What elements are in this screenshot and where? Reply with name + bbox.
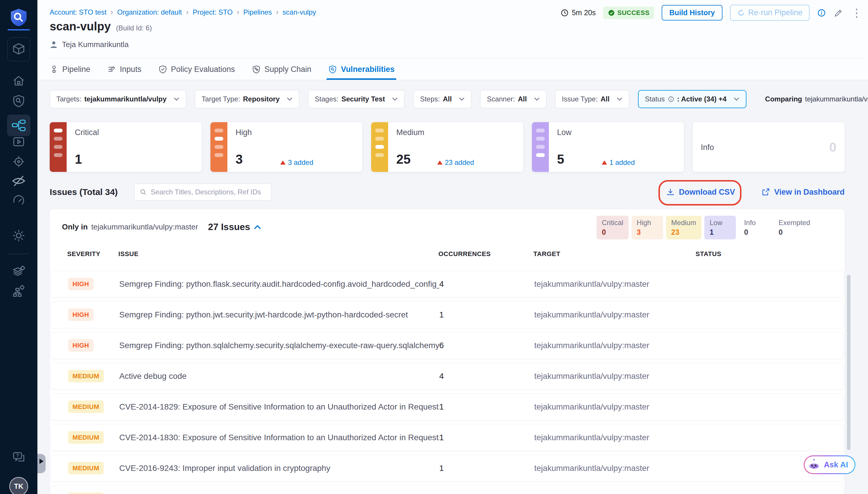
issue-title: CVE-2016-9243: Improper input validation… bbox=[119, 463, 439, 473]
sidebar-item-home[interactable] bbox=[12, 74, 25, 88]
build-id-label: (Build Id: 6) bbox=[116, 24, 152, 32]
filter-steps[interactable]: Steps:All bbox=[413, 90, 471, 108]
build-history-button[interactable]: Build History bbox=[662, 5, 722, 20]
high-card[interactable]: High 33 added bbox=[210, 122, 362, 172]
high-added-label: 3 added bbox=[280, 158, 313, 167]
sidebar-item-pipelines-active[interactable] bbox=[7, 115, 31, 136]
target-name: tejakummarikuntla/vulpy:master bbox=[534, 402, 696, 412]
medium-card[interactable]: Medium 2523 added bbox=[371, 122, 523, 172]
info-icon[interactable] bbox=[817, 8, 826, 17]
search-icon bbox=[140, 188, 147, 196]
status-badge: SUCCESS bbox=[603, 7, 654, 19]
shield-chain-icon bbox=[252, 65, 261, 74]
sidebar-item-targets[interactable] bbox=[12, 155, 25, 168]
sidebar-item-test-targets[interactable] bbox=[12, 174, 26, 188]
medium-added-label: 23 added bbox=[437, 158, 474, 167]
filter-stages[interactable]: Stages:Security Test bbox=[308, 90, 404, 108]
chip-info[interactable]: Info0 bbox=[739, 216, 770, 240]
svg-text:?: ? bbox=[16, 453, 19, 458]
breadcrumb: Account: STO test› Organization: default… bbox=[50, 7, 316, 17]
tab-bar: Pipeline Inputs Policy Evaluations Suppl… bbox=[50, 58, 862, 80]
chevron-down-icon bbox=[734, 97, 739, 101]
table-row[interactable]: MEDIUM Active debug code 4 tejakummariku… bbox=[50, 363, 844, 390]
sidebar-item-module[interactable] bbox=[7, 37, 30, 61]
group-target-name: tejakummarikuntla/vulpy:master bbox=[91, 223, 198, 231]
org-hierarchy-gear-icon bbox=[12, 284, 26, 298]
table-row[interactable]: MEDIUM CVE-2016-9243: Improper input val… bbox=[50, 455, 844, 482]
sidebar-item-overview[interactable] bbox=[12, 94, 25, 108]
sidebar-item-help[interactable]: ? bbox=[12, 451, 26, 465]
issue-title: Semgrep Finding: python.sqlalchemy.secur… bbox=[119, 341, 439, 350]
harness-sto-logo-icon[interactable] bbox=[9, 8, 28, 27]
chip-medium[interactable]: Medium23 bbox=[666, 216, 701, 240]
target-name: tejakummarikuntla/vulpy:master bbox=[534, 433, 696, 442]
tab-pipeline[interactable]: Pipeline bbox=[50, 59, 90, 80]
breadcrumb-org[interactable]: Organization: default bbox=[117, 8, 182, 16]
filter-targets[interactable]: Targets:tejakummarikuntla/vulpy bbox=[50, 90, 186, 108]
table-row[interactable]: MEDIUM CVE-2014-1829: Exposure of Sensit… bbox=[50, 394, 844, 420]
chip-critical[interactable]: Critical0 bbox=[597, 216, 628, 240]
col-severity: SEVERITY bbox=[67, 250, 118, 258]
rerun-pipeline-button[interactable]: Re-run Pipeline bbox=[730, 5, 810, 21]
filter-target-type[interactable]: Target Type:Repository bbox=[195, 90, 299, 108]
tab-supply-chain[interactable]: Supply Chain bbox=[252, 59, 311, 80]
table-row[interactable]: HIGH Semgrep Finding: python.jwt.securit… bbox=[50, 301, 844, 328]
tab-inputs[interactable]: Inputs bbox=[107, 59, 141, 80]
col-issue: ISSUE bbox=[118, 250, 438, 258]
user-avatar[interactable]: TK bbox=[9, 477, 28, 494]
issue-title: Semgrep Finding: python.flask.security.a… bbox=[119, 280, 439, 289]
chevron-up-icon[interactable] bbox=[254, 225, 261, 230]
high-count: 3 bbox=[235, 152, 243, 167]
chip-low[interactable]: Low1 bbox=[704, 216, 736, 240]
sidebar-item-executions[interactable] bbox=[12, 135, 25, 149]
sidebar-item-token[interactable] bbox=[12, 194, 25, 208]
filter-status[interactable]: Status : Active (34) +4 bbox=[638, 90, 747, 108]
sidebar-item-default-settings[interactable] bbox=[12, 265, 26, 279]
logo-underline bbox=[7, 29, 30, 31]
info-card[interactable]: Info 0 bbox=[693, 122, 845, 172]
breadcrumb-pipelines[interactable]: Pipelines bbox=[244, 8, 272, 16]
issues-search[interactable] bbox=[134, 184, 271, 201]
edit-pipeline-icon[interactable] bbox=[833, 8, 844, 18]
tab-policy-evaluations[interactable]: Policy Evaluations bbox=[158, 59, 235, 80]
severity-badge: HIGH bbox=[68, 339, 94, 352]
severity-badge: MEDIUM bbox=[68, 370, 104, 382]
tab-vulnerabilities[interactable]: Vulnerabilities bbox=[328, 59, 394, 80]
critical-card[interactable]: Critical 1 bbox=[50, 122, 202, 172]
table-row[interactable]: MEDIUM CVE-2014-1830: Exposure of Sensit… bbox=[50, 424, 844, 451]
search-input[interactable] bbox=[151, 188, 266, 196]
chevron-down-icon bbox=[392, 97, 398, 101]
build-duration: 5m 20s bbox=[561, 8, 596, 17]
low-card[interactable]: Low 51 added bbox=[532, 122, 684, 172]
occurrences-count: 4 bbox=[439, 372, 534, 381]
issue-title: Semgrep Finding: python.jwt.security.jwt… bbox=[119, 310, 439, 320]
view-in-dashboard-button[interactable]: View in Dashboard bbox=[761, 188, 845, 197]
ask-ai-button[interactable]: Ask AI bbox=[804, 455, 855, 474]
page-header: Account: STO test› Organization: default… bbox=[37, 0, 868, 80]
issue-title: CVE-2014-1830: Exposure of Sensitive Inf… bbox=[119, 433, 439, 442]
target-name: tejakummarikuntla/vulpy:master bbox=[534, 341, 696, 350]
download-csv-button[interactable]: Download CSV bbox=[666, 188, 735, 197]
sidebar-item-organizations[interactable] bbox=[12, 284, 26, 298]
clock-icon bbox=[561, 9, 569, 17]
table-row[interactable]: HIGH Semgrep Finding: python.sqlalchemy.… bbox=[50, 332, 844, 359]
chip-high[interactable]: High3 bbox=[632, 216, 663, 240]
issue-group-header[interactable]: Only in tejakummarikuntla/vulpy:master 2… bbox=[62, 222, 261, 232]
table-row[interactable]: MEDIUM CVE-2017-11424: PyJWT... 1 tejaku… bbox=[50, 486, 844, 494]
chip-exempted[interactable]: Exempted0 bbox=[773, 216, 815, 240]
vertical-scrollbar[interactable] bbox=[847, 275, 850, 450]
page-title: scan-vulpy bbox=[50, 20, 111, 33]
refresh-icon bbox=[737, 9, 745, 17]
breadcrumb-pipeline-name[interactable]: scan-vulpy bbox=[283, 8, 316, 16]
breadcrumb-account[interactable]: Account: STO test bbox=[50, 8, 107, 16]
sidebar-item-settings[interactable] bbox=[12, 229, 26, 243]
breadcrumb-project[interactable]: Project: STO bbox=[193, 8, 233, 16]
filter-scanner[interactable]: Scanner:All bbox=[480, 90, 546, 108]
eye-off-icon bbox=[12, 174, 26, 188]
gauge-icon bbox=[12, 194, 25, 208]
more-options-icon[interactable]: ⋮ bbox=[851, 7, 862, 18]
filter-issue-type[interactable]: Issue Type:All bbox=[555, 90, 629, 108]
download-icon bbox=[666, 188, 675, 196]
sidebar-expand-handle[interactable] bbox=[37, 454, 45, 473]
table-row[interactable]: HIGH Semgrep Finding: python.flask.secur… bbox=[50, 271, 844, 298]
